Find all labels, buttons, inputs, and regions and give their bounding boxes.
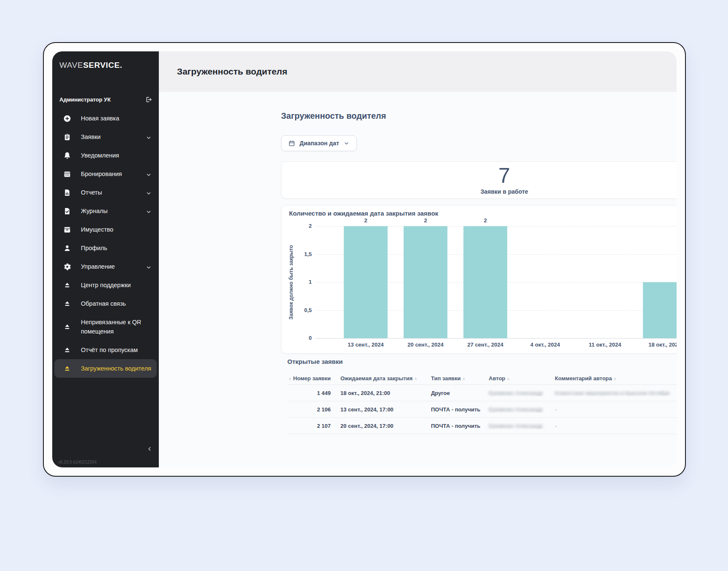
sidebar-item-14[interactable]: Загруженность водителя: [54, 359, 157, 378]
y-tick-label: 0: [295, 335, 312, 341]
collapse-sidebar-icon[interactable]: [146, 446, 153, 452]
page-title: Загруженность водителя: [177, 67, 287, 77]
x-tick-label: 13 сент., 2024: [334, 342, 397, 348]
request-number: 2 106: [287, 406, 334, 413]
x-tick-label: 4 окт., 2024: [514, 342, 577, 348]
chart-title: Количество и ожидаемая дата закрытия зая…: [289, 210, 438, 217]
column-header-Автор[interactable]: Автор ∧: [482, 375, 548, 382]
page-header: Загруженность водителя: [159, 51, 677, 92]
author-comment: -: [548, 423, 677, 429]
sidebar-item-label: Заявки: [81, 132, 146, 141]
open-requests-section: Открытые заявки ∧ Номер заявкиОжидаемая …: [281, 358, 677, 434]
chevron-down-icon: [146, 190, 151, 195]
app-logo: WAVESERVICE.: [52, 61, 159, 70]
sidebar-item-1[interactable]: Новая заявка: [52, 109, 159, 128]
content-area: Загруженность водителя Диапазон дат 7 За…: [159, 92, 677, 467]
table-row-3[interactable]: 2 10720 сент., 2024, 17:00ПОЧТА - получи…: [287, 418, 677, 434]
sort-caret-icon: ∧: [613, 376, 616, 381]
section-title: Загруженность водителя: [281, 111, 677, 122]
box-icon: [63, 225, 72, 234]
bar-20 сент., 2024: [404, 226, 447, 338]
sidebar-item-4[interactable]: Бронирования: [52, 165, 159, 183]
sidebar-item-2[interactable]: Заявки: [52, 128, 159, 146]
x-axis-line: [315, 338, 677, 339]
x-tick-label: 27 сент., 2024: [454, 342, 517, 348]
request-number: 2 107: [287, 423, 334, 429]
sidebar-item-label: Профиль: [81, 243, 151, 253]
user-icon: [63, 244, 72, 253]
gear-icon: [63, 262, 72, 271]
chevron-down-icon: [146, 264, 151, 269]
sidebar-item-9[interactable]: Управление: [52, 257, 159, 276]
x-tick-label: 11 окт., 2024: [573, 342, 637, 348]
table-header-row: ∧ Номер заявкиОжидаемая дата закрытия ∧Т…: [287, 372, 677, 385]
sidebar-item-11[interactable]: Обратная связь: [52, 294, 159, 313]
sidebar-item-5[interactable]: Отчеты: [52, 183, 159, 202]
sidebar-item-label: Новая заявка: [81, 114, 151, 123]
x-tick-label: 18 окт., 2024: [633, 342, 677, 348]
calendar-icon: [288, 140, 295, 147]
sidebar-menu: Новая заявкаЗаявкиУведомленияБронировани…: [52, 109, 159, 378]
logout-icon[interactable]: [145, 96, 152, 103]
sidebar-item-12[interactable]: Непривязанные к QR помещения: [52, 313, 159, 341]
request-type: Другое: [424, 390, 482, 396]
expected-close-date: 13 сент., 2024, 17:00: [334, 406, 424, 413]
sidebar-item-7[interactable]: Имущество: [52, 220, 159, 239]
bar-18 окт., 2024: [643, 282, 677, 338]
sidebar-item-label: Отчеты: [81, 188, 146, 197]
logo-service: SERVICE.: [83, 61, 122, 69]
request-type: ПОЧТА - получить: [424, 406, 482, 413]
chart-plot-area: 213 сент., 2024220 сент., 2024227 сент.,…: [315, 226, 677, 338]
y-tick-label: 1: [295, 279, 312, 285]
sidebar-item-label: Обратная связь: [81, 299, 151, 308]
sort-caret-icon: ∧: [462, 376, 465, 381]
chevron-down-icon: [146, 134, 151, 139]
bar-27 сент., 2024: [463, 226, 507, 338]
request-author: Еременко Александр: [482, 406, 548, 413]
expected-close-date: 20 сент., 2024, 17:00: [334, 423, 424, 429]
table-row-1[interactable]: 1 44918 окт., 2024, 21:00ДругоеЕременко …: [287, 385, 677, 401]
column-header-Комментарий автора[interactable]: Комментарий автора ∧: [548, 375, 677, 382]
table-row-2[interactable]: 2 10613 сент., 2024, 17:00ПОЧТА - получи…: [287, 401, 677, 418]
sidebar-item-label: Загруженность водителя: [81, 364, 151, 373]
eject-icon: [63, 346, 72, 355]
open-requests-table: ∧ Номер заявкиОжидаемая дата закрытия ∧Т…: [287, 372, 677, 434]
column-header-Номер заявки[interactable]: ∧ Номер заявки: [287, 375, 334, 382]
sidebar-item-10[interactable]: Центр поддержки: [52, 276, 159, 294]
sidebar-item-13[interactable]: Отчёт по пропускам: [52, 341, 159, 359]
sidebar-item-3[interactable]: Уведомления: [52, 146, 159, 165]
sidebar-item-label: Уведомления: [81, 151, 151, 160]
plus-circle-icon: [63, 114, 72, 123]
eject-icon: [63, 281, 72, 290]
table-title: Открытые заявки: [287, 358, 677, 365]
date-range-label: Диапазон дат: [300, 140, 339, 147]
clipboard-icon: [63, 133, 72, 141]
sidebar-item-label: Управление: [81, 262, 146, 271]
date-range-button[interactable]: Диапазон дат: [281, 135, 357, 151]
bar-13 сент., 2024: [344, 226, 388, 338]
y-tick-label: 0,5: [295, 307, 312, 313]
request-number: 1 449: [287, 390, 334, 396]
sort-caret-icon: ∧: [289, 376, 292, 381]
main-area: Загруженность водителя Загруженность вод…: [159, 51, 677, 467]
column-header-Ожидаемая дата закрытия[interactable]: Ожидаемая дата закрытия ∧: [334, 375, 424, 382]
sidebar-item-label: Непривязанные к QR помещения: [81, 318, 151, 336]
sidebar: WAVESERVICE. Администратор УК Новая заяв…: [52, 51, 159, 467]
sidebar-item-8[interactable]: Профиль: [52, 239, 159, 257]
calendar-icon: [63, 170, 72, 179]
column-header-Тип заявки[interactable]: Тип заявки ∧: [424, 375, 482, 382]
eject-icon: [63, 323, 72, 331]
sidebar-item-label: Журналы: [81, 206, 146, 216]
sidebar-item-label: Бронирования: [81, 169, 146, 179]
sidebar-item-label: Имущество: [81, 225, 151, 234]
y-tick-label: 1,5: [295, 251, 312, 257]
chart-card: Количество и ожидаемая дата закрытия зая…: [281, 205, 677, 354]
author-comment: -: [548, 406, 677, 413]
sidebar-item-6[interactable]: Журналы: [52, 202, 159, 220]
app-version: v6.29.5 b240212294: [58, 460, 96, 464]
stat-value: 7: [498, 165, 510, 186]
chart-y-axis-title: Заявок должно быть закрыто: [287, 226, 295, 338]
chevron-down-icon: [146, 208, 151, 213]
chevron-down-icon: [146, 171, 151, 176]
x-tick-label: 20 сент., 2024: [394, 342, 457, 348]
